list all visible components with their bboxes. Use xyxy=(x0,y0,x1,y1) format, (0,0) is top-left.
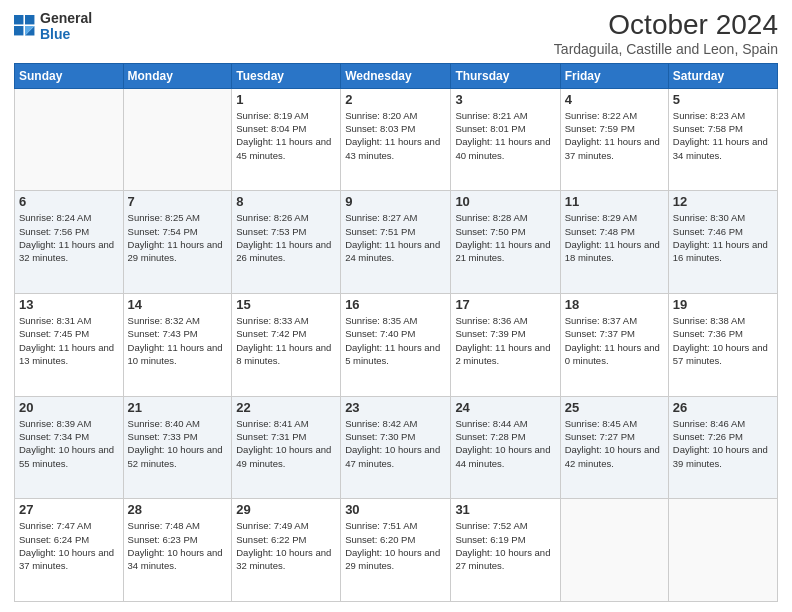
day-number: 2 xyxy=(345,92,446,107)
calendar-cell: 14Sunrise: 8:32 AM Sunset: 7:43 PM Dayli… xyxy=(123,294,232,397)
day-detail: Sunrise: 8:33 AM Sunset: 7:42 PM Dayligh… xyxy=(236,314,336,367)
weekday-header-monday: Monday xyxy=(123,63,232,88)
weekday-header-saturday: Saturday xyxy=(668,63,777,88)
day-detail: Sunrise: 8:23 AM Sunset: 7:58 PM Dayligh… xyxy=(673,109,773,162)
day-number: 19 xyxy=(673,297,773,312)
day-number: 24 xyxy=(455,400,555,415)
day-number: 27 xyxy=(19,502,119,517)
day-detail: Sunrise: 7:51 AM Sunset: 6:20 PM Dayligh… xyxy=(345,519,446,572)
logo-icon xyxy=(14,15,36,37)
weekday-header-tuesday: Tuesday xyxy=(232,63,341,88)
calendar-cell: 24Sunrise: 8:44 AM Sunset: 7:28 PM Dayli… xyxy=(451,396,560,499)
svg-rect-2 xyxy=(14,26,23,35)
day-number: 22 xyxy=(236,400,336,415)
day-number: 7 xyxy=(128,194,228,209)
weekday-header-wednesday: Wednesday xyxy=(341,63,451,88)
logo: General Blue xyxy=(14,10,92,42)
day-detail: Sunrise: 8:28 AM Sunset: 7:50 PM Dayligh… xyxy=(455,211,555,264)
day-detail: Sunrise: 8:21 AM Sunset: 8:01 PM Dayligh… xyxy=(455,109,555,162)
calendar-cell: 25Sunrise: 8:45 AM Sunset: 7:27 PM Dayli… xyxy=(560,396,668,499)
calendar-cell: 17Sunrise: 8:36 AM Sunset: 7:39 PM Dayli… xyxy=(451,294,560,397)
day-number: 15 xyxy=(236,297,336,312)
calendar-week-row: 1Sunrise: 8:19 AM Sunset: 8:04 PM Daylig… xyxy=(15,88,778,191)
calendar-cell: 10Sunrise: 8:28 AM Sunset: 7:50 PM Dayli… xyxy=(451,191,560,294)
calendar-cell: 22Sunrise: 8:41 AM Sunset: 7:31 PM Dayli… xyxy=(232,396,341,499)
calendar-cell: 5Sunrise: 8:23 AM Sunset: 7:58 PM Daylig… xyxy=(668,88,777,191)
calendar-cell: 8Sunrise: 8:26 AM Sunset: 7:53 PM Daylig… xyxy=(232,191,341,294)
day-detail: Sunrise: 8:35 AM Sunset: 7:40 PM Dayligh… xyxy=(345,314,446,367)
month-title: October 2024 xyxy=(554,10,778,41)
calendar-cell: 28Sunrise: 7:48 AM Sunset: 6:23 PM Dayli… xyxy=(123,499,232,602)
calendar-week-row: 13Sunrise: 8:31 AM Sunset: 7:45 PM Dayli… xyxy=(15,294,778,397)
day-detail: Sunrise: 8:37 AM Sunset: 7:37 PM Dayligh… xyxy=(565,314,664,367)
calendar-cell: 13Sunrise: 8:31 AM Sunset: 7:45 PM Dayli… xyxy=(15,294,124,397)
day-number: 23 xyxy=(345,400,446,415)
day-detail: Sunrise: 8:38 AM Sunset: 7:36 PM Dayligh… xyxy=(673,314,773,367)
day-number: 3 xyxy=(455,92,555,107)
day-number: 11 xyxy=(565,194,664,209)
day-number: 8 xyxy=(236,194,336,209)
svg-rect-0 xyxy=(14,15,23,24)
day-detail: Sunrise: 8:19 AM Sunset: 8:04 PM Dayligh… xyxy=(236,109,336,162)
weekday-header-sunday: Sunday xyxy=(15,63,124,88)
day-detail: Sunrise: 7:52 AM Sunset: 6:19 PM Dayligh… xyxy=(455,519,555,572)
calendar-cell: 2Sunrise: 8:20 AM Sunset: 8:03 PM Daylig… xyxy=(341,88,451,191)
day-detail: Sunrise: 8:24 AM Sunset: 7:56 PM Dayligh… xyxy=(19,211,119,264)
day-number: 20 xyxy=(19,400,119,415)
day-detail: Sunrise: 8:31 AM Sunset: 7:45 PM Dayligh… xyxy=(19,314,119,367)
calendar-cell: 30Sunrise: 7:51 AM Sunset: 6:20 PM Dayli… xyxy=(341,499,451,602)
day-number: 13 xyxy=(19,297,119,312)
day-number: 4 xyxy=(565,92,664,107)
calendar-cell: 27Sunrise: 7:47 AM Sunset: 6:24 PM Dayli… xyxy=(15,499,124,602)
calendar-cell: 31Sunrise: 7:52 AM Sunset: 6:19 PM Dayli… xyxy=(451,499,560,602)
calendar-week-row: 20Sunrise: 8:39 AM Sunset: 7:34 PM Dayli… xyxy=(15,396,778,499)
day-number: 12 xyxy=(673,194,773,209)
calendar-week-row: 6Sunrise: 8:24 AM Sunset: 7:56 PM Daylig… xyxy=(15,191,778,294)
day-detail: Sunrise: 8:42 AM Sunset: 7:30 PM Dayligh… xyxy=(345,417,446,470)
day-number: 1 xyxy=(236,92,336,107)
day-number: 6 xyxy=(19,194,119,209)
location-subtitle: Tardaguila, Castille and Leon, Spain xyxy=(554,41,778,57)
calendar-cell: 29Sunrise: 7:49 AM Sunset: 6:22 PM Dayli… xyxy=(232,499,341,602)
page: General Blue October 2024 Tardaguila, Ca… xyxy=(0,0,792,612)
day-detail: Sunrise: 7:47 AM Sunset: 6:24 PM Dayligh… xyxy=(19,519,119,572)
day-detail: Sunrise: 8:32 AM Sunset: 7:43 PM Dayligh… xyxy=(128,314,228,367)
day-detail: Sunrise: 8:27 AM Sunset: 7:51 PM Dayligh… xyxy=(345,211,446,264)
day-number: 28 xyxy=(128,502,228,517)
calendar-cell: 20Sunrise: 8:39 AM Sunset: 7:34 PM Dayli… xyxy=(15,396,124,499)
day-number: 29 xyxy=(236,502,336,517)
calendar-cell xyxy=(560,499,668,602)
day-detail: Sunrise: 8:22 AM Sunset: 7:59 PM Dayligh… xyxy=(565,109,664,162)
calendar-cell: 6Sunrise: 8:24 AM Sunset: 7:56 PM Daylig… xyxy=(15,191,124,294)
weekday-header-friday: Friday xyxy=(560,63,668,88)
day-number: 16 xyxy=(345,297,446,312)
calendar-cell xyxy=(15,88,124,191)
calendar-cell: 11Sunrise: 8:29 AM Sunset: 7:48 PM Dayli… xyxy=(560,191,668,294)
day-number: 9 xyxy=(345,194,446,209)
day-detail: Sunrise: 8:45 AM Sunset: 7:27 PM Dayligh… xyxy=(565,417,664,470)
calendar-cell: 26Sunrise: 8:46 AM Sunset: 7:26 PM Dayli… xyxy=(668,396,777,499)
calendar-cell: 4Sunrise: 8:22 AM Sunset: 7:59 PM Daylig… xyxy=(560,88,668,191)
calendar-cell xyxy=(668,499,777,602)
calendar-cell: 15Sunrise: 8:33 AM Sunset: 7:42 PM Dayli… xyxy=(232,294,341,397)
day-detail: Sunrise: 8:26 AM Sunset: 7:53 PM Dayligh… xyxy=(236,211,336,264)
day-detail: Sunrise: 8:41 AM Sunset: 7:31 PM Dayligh… xyxy=(236,417,336,470)
day-detail: Sunrise: 8:40 AM Sunset: 7:33 PM Dayligh… xyxy=(128,417,228,470)
day-number: 10 xyxy=(455,194,555,209)
day-detail: Sunrise: 8:46 AM Sunset: 7:26 PM Dayligh… xyxy=(673,417,773,470)
header: General Blue October 2024 Tardaguila, Ca… xyxy=(14,10,778,57)
day-detail: Sunrise: 8:44 AM Sunset: 7:28 PM Dayligh… xyxy=(455,417,555,470)
calendar-cell: 21Sunrise: 8:40 AM Sunset: 7:33 PM Dayli… xyxy=(123,396,232,499)
svg-rect-1 xyxy=(25,15,34,24)
title-block: October 2024 Tardaguila, Castille and Le… xyxy=(554,10,778,57)
day-number: 18 xyxy=(565,297,664,312)
day-detail: Sunrise: 8:30 AM Sunset: 7:46 PM Dayligh… xyxy=(673,211,773,264)
day-number: 5 xyxy=(673,92,773,107)
day-detail: Sunrise: 8:29 AM Sunset: 7:48 PM Dayligh… xyxy=(565,211,664,264)
calendar-cell: 18Sunrise: 8:37 AM Sunset: 7:37 PM Dayli… xyxy=(560,294,668,397)
day-detail: Sunrise: 8:36 AM Sunset: 7:39 PM Dayligh… xyxy=(455,314,555,367)
day-detail: Sunrise: 8:25 AM Sunset: 7:54 PM Dayligh… xyxy=(128,211,228,264)
day-number: 25 xyxy=(565,400,664,415)
day-detail: Sunrise: 8:20 AM Sunset: 8:03 PM Dayligh… xyxy=(345,109,446,162)
calendar-cell: 16Sunrise: 8:35 AM Sunset: 7:40 PM Dayli… xyxy=(341,294,451,397)
